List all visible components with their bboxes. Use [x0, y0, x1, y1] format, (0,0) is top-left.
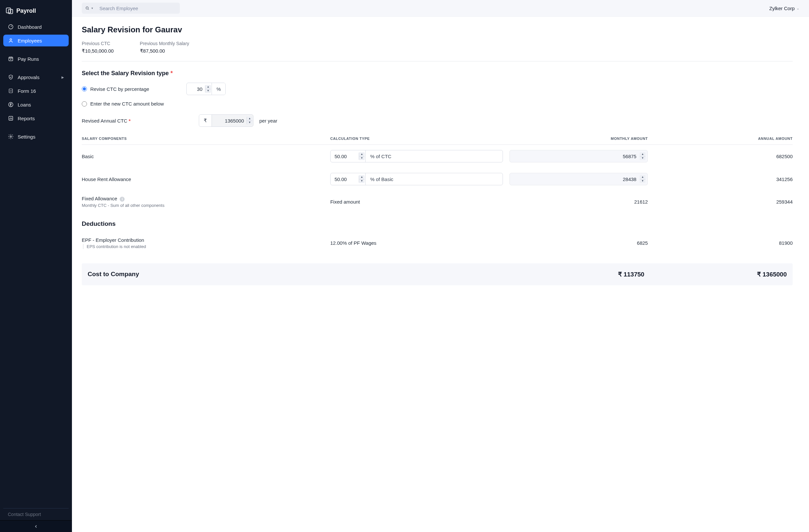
- sidebar-item-approvals[interactable]: Approvals ▶: [3, 71, 69, 83]
- table-row-basic: Basic ▲ ▼ % of CTC: [82, 145, 793, 167]
- svg-point-3: [10, 39, 12, 40]
- required-asterisk: *: [128, 118, 131, 124]
- search-input[interactable]: [97, 5, 180, 11]
- sidebar-item-employees[interactable]: Employees: [3, 35, 69, 47]
- basic-calc-suffix: % of CTC: [365, 150, 401, 162]
- basic-monthly-box: 56875 ▲ ▼: [510, 150, 648, 162]
- spinner-up-icon[interactable]: ▲: [359, 175, 365, 179]
- percentage-spinner: ▲ ▼: [205, 85, 211, 93]
- col-annual: ANNUAL AMOUNT: [654, 137, 793, 141]
- epf-monthly-value: 6825: [510, 240, 648, 246]
- topbar: ▼ Zylker Corp ⌄: [72, 0, 809, 17]
- radio-row-percentage: Revise CTC by percentage ▲ ▼ %: [82, 83, 793, 95]
- hra-annual-value: 341256: [654, 176, 793, 182]
- spinner-up-icon: ▲: [640, 152, 646, 157]
- content: Salary Revision for Gaurav Previous CTC …: [72, 17, 809, 532]
- ctc-annual-value: ₹ 1365000: [651, 270, 787, 278]
- spinner-up-icon[interactable]: ▲: [205, 85, 211, 89]
- component-name: EPF - Employer Contribution: [82, 237, 324, 243]
- nav-label: Reports: [18, 116, 35, 121]
- nav-label: Loans: [18, 102, 31, 107]
- sidebar-item-reports[interactable]: Reports: [3, 112, 69, 124]
- user-icon: [8, 38, 14, 43]
- sidebar-item-loans[interactable]: Loans: [3, 99, 69, 110]
- basic-monthly-spinner: ▲ ▼: [640, 152, 646, 160]
- revision-type-label: Select the Salary Revision type *: [82, 70, 793, 77]
- hra-calc-suffix: % of Basic: [365, 173, 401, 185]
- org-name: Zylker Corp: [769, 5, 795, 11]
- revised-ctc-input: [212, 118, 245, 124]
- table-row-hra: House Rent Allowance ▲ ▼ % of Basic: [82, 167, 793, 191]
- sidebar-item-dashboard[interactable]: Dashboard: [3, 21, 69, 33]
- org-switcher[interactable]: Zylker Corp ⌄: [769, 4, 799, 13]
- basic-calc-input[interactable]: [331, 154, 357, 159]
- col-components: SALARY COMPONENTS: [82, 137, 324, 141]
- table-header: SALARY COMPONENTS CALCULATION TYPE MONTH…: [82, 137, 793, 145]
- spinner-down-icon[interactable]: ▼: [359, 157, 365, 160]
- chevron-left-icon: [34, 524, 38, 529]
- radio-percentage[interactable]: [82, 86, 87, 91]
- svg-point-10: [86, 7, 88, 9]
- previous-monthly-label: Previous Monthly Salary: [140, 41, 189, 46]
- contact-support-link[interactable]: Contact Support: [3, 508, 69, 520]
- percentage-input[interactable]: [187, 86, 203, 92]
- nav-label: Dashboard: [18, 24, 41, 30]
- sidebar-item-payruns[interactable]: Pay Runs: [3, 53, 69, 65]
- calendar-icon: [8, 56, 14, 62]
- epf-calc-text: 12.00% of PF Wages: [330, 240, 503, 246]
- hra-spinner: ▲ ▼: [359, 175, 365, 183]
- chevron-down-icon: ⌄: [796, 6, 799, 10]
- info-icon[interactable]: i: [120, 197, 125, 202]
- rupee-icon: [8, 102, 14, 107]
- hra-monthly-spinner: ▲ ▼: [640, 175, 646, 183]
- radio-amount[interactable]: [82, 101, 87, 107]
- spinner-down-icon: ▼: [640, 179, 646, 183]
- col-monthly: MONTHLY AMOUNT: [510, 137, 648, 141]
- basic-calc-group: ▲ ▼ % of CTC: [330, 150, 503, 162]
- search-icon: [85, 6, 90, 11]
- page-title: Salary Revision for Gaurav: [82, 25, 793, 34]
- previous-summary: Previous CTC ₹10,50,000.00 Previous Mont…: [82, 41, 793, 61]
- ctc-monthly-value: ₹ 113750: [509, 270, 644, 278]
- salary-components-table: SALARY COMPONENTS CALCULATION TYPE MONTH…: [82, 137, 793, 254]
- radio-amount-label[interactable]: Enter the new CTC amount below: [90, 101, 164, 107]
- spinner-up-icon: ▲: [247, 117, 253, 121]
- search-box: ▼: [82, 3, 180, 14]
- table-row-epf: EPF - Employer Contribution EPS contribu…: [82, 232, 793, 254]
- currency-prefix: ₹: [199, 115, 212, 126]
- hra-monthly-box: 28438 ▲ ▼: [510, 173, 648, 185]
- nav-label: Employees: [18, 38, 42, 43]
- epf-annual-value: 81900: [654, 240, 793, 246]
- nav: Dashboard Employees Pay Runs Approvals ▶…: [3, 21, 69, 142]
- sidebar-item-settings[interactable]: Settings: [3, 131, 69, 142]
- search-scope-dropdown[interactable]: ▼: [82, 6, 97, 11]
- table-row-fixed: Fixed Allowance i Monthly CTC - Sum of a…: [82, 191, 793, 213]
- approval-icon: [8, 74, 14, 80]
- component-name: Basic: [82, 154, 324, 159]
- radio-percentage-label[interactable]: Revise CTC by percentage: [90, 86, 149, 92]
- revised-ctc-input-group: ₹ ▲ ▼: [199, 114, 254, 127]
- component-subtext: EPS contribution is not enabled: [83, 244, 324, 249]
- basic-monthly-value: 56875: [514, 154, 636, 159]
- ctc-label: Cost to Company: [88, 270, 325, 278]
- deductions-title: Deductions: [82, 220, 793, 227]
- nav-label: Form 16: [18, 88, 36, 94]
- sidebar-item-form16[interactable]: 16 Form 16: [3, 85, 69, 97]
- hra-monthly-value: 28438: [514, 176, 636, 182]
- hra-calc-input[interactable]: [331, 176, 357, 182]
- spinner-up-icon[interactable]: ▲: [359, 152, 365, 157]
- brand-name: Payroll: [16, 7, 36, 14]
- chevron-right-icon: ▶: [62, 75, 64, 79]
- spinner-up-icon: ▲: [640, 175, 646, 179]
- spinner-down-icon[interactable]: ▼: [359, 179, 365, 183]
- previous-ctc-label: Previous CTC: [82, 41, 114, 46]
- sidebar-collapse-button[interactable]: [0, 520, 72, 532]
- component-subtext: Monthly CTC - Sum of all other component…: [82, 203, 324, 208]
- revised-ctc-row: Revised Annual CTC * ₹ ▲ ▼ per year: [82, 114, 793, 127]
- spinner-down-icon[interactable]: ▼: [205, 89, 211, 93]
- chart-icon: [8, 116, 14, 121]
- basic-annual-value: 682500: [654, 154, 793, 159]
- gauge-icon: [8, 24, 14, 30]
- spinner-down-icon: ▼: [247, 121, 253, 125]
- nav-label: Approvals: [18, 74, 39, 80]
